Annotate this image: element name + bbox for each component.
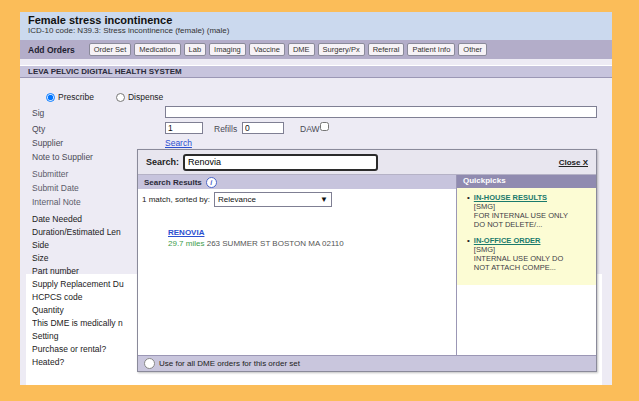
- result-distance: 29.7 miles: [168, 239, 204, 248]
- app-window: Female stress incontinence ICD-10 code: …: [20, 12, 612, 385]
- submitter-label: Submitter: [32, 169, 68, 179]
- prescribe-radio[interactable]: [46, 93, 55, 102]
- note-to-supplier-label: Note to Supplier: [32, 152, 93, 162]
- tab-referral[interactable]: Referral: [368, 43, 405, 56]
- dialog-search-label: Search:: [146, 157, 179, 167]
- qty-label: Qty: [32, 124, 45, 134]
- tab-patient-info[interactable]: Patient Info: [407, 43, 455, 56]
- info-icon[interactable]: i: [206, 177, 217, 188]
- section-header: LEVA PELVIC DIGITAL HEALTH SYSTEM: [20, 65, 612, 78]
- refills-input[interactable]: [242, 122, 284, 134]
- daw-label: DAW: [300, 124, 320, 134]
- heated-label: Heated?: [32, 357, 64, 367]
- quickpick-content: IN-HOUSE RESULTS [SMG] FOR INTERNAL USE …: [474, 193, 568, 229]
- supplier-search-link[interactable]: Search: [165, 138, 192, 148]
- tab-vaccine[interactable]: Vaccine: [249, 43, 285, 56]
- search-results-panel: Search Results i 1 match, sorted by: Rel…: [138, 175, 457, 355]
- quickpick-item: • IN-HOUSE RESULTS [SMG] FOR INTERNAL US…: [465, 193, 592, 229]
- dispense-radio[interactable]: [116, 93, 125, 102]
- tab-order-set[interactable]: Order Set: [89, 43, 132, 56]
- submit-date-label: Submit Date: [32, 183, 79, 193]
- result-address: 263 SUMMER ST BOSTON MA 02110: [207, 239, 344, 248]
- part-number-label: Part number: [32, 266, 79, 276]
- quickpicks-list: • IN-HOUSE RESULTS [SMG] FOR INTERNAL US…: [457, 188, 596, 285]
- chevron-down-icon: ▼: [320, 195, 328, 204]
- size-label: Size: [32, 253, 49, 263]
- dialog-close-link[interactable]: Close X: [559, 158, 588, 167]
- dispense-option: Dispense: [116, 92, 163, 102]
- tab-surgery-px[interactable]: Surgery/Px: [318, 43, 365, 56]
- prescribe-label: Prescribe: [58, 92, 94, 102]
- quickpicks-header: Quickpicks: [457, 175, 596, 188]
- prescribe-dispense-group: Prescribe Dispense: [46, 92, 163, 102]
- match-count-text: 1 match, sorted by:: [142, 195, 210, 204]
- sig-input[interactable]: [165, 106, 597, 118]
- order-tab-bar: Add Orders Order Set Medication Lab Imag…: [20, 40, 612, 59]
- qty-input[interactable]: [165, 122, 203, 134]
- tab-other[interactable]: Other: [458, 43, 487, 56]
- supply-replacement-label: Supply Replacement Du: [32, 279, 124, 289]
- quickpick-note-line: NOT ATTACH COMPE...: [474, 263, 563, 272]
- search-result-item: RENOVIA 29.7 miles 263 SUMMER ST BOSTON …: [168, 221, 456, 248]
- tab-medication[interactable]: Medication: [134, 43, 180, 56]
- bullet-icon: •: [467, 236, 470, 272]
- dialog-footer: Use for all DME orders for this order se…: [138, 355, 596, 371]
- dialog-search-bar: Search: Close X: [138, 150, 596, 175]
- quickpick-content: IN-OFFICE ORDER [SMG] INTERNAL USE ONLY …: [474, 236, 563, 272]
- refills-label: Refills: [214, 124, 237, 134]
- problem-header: Female stress incontinence ICD-10 code: …: [20, 12, 612, 40]
- quickpick-item: • IN-OFFICE ORDER [SMG] INTERNAL USE ONL…: [465, 236, 592, 272]
- tab-imaging[interactable]: Imaging: [209, 43, 246, 56]
- use-for-all-label: Use for all DME orders for this order se…: [159, 359, 300, 368]
- quickpick-org: [SMG]: [474, 202, 568, 211]
- quickpick-note-line: DO NOT DELETE/...: [474, 220, 568, 229]
- result-supplier-link[interactable]: RENOVIA: [168, 228, 204, 237]
- dispense-label: Dispense: [128, 92, 163, 102]
- sig-label: Sig: [32, 108, 44, 118]
- setting-label: Setting: [32, 331, 58, 341]
- search-results-header: Search Results i: [138, 175, 456, 189]
- screenshot-root: { "header": { "title": "Female stress in…: [0, 0, 639, 401]
- quantity-label: Quantity: [32, 305, 64, 315]
- quickpick-note-line: INTERNAL USE ONLY DO: [474, 254, 563, 263]
- match-sort-row: 1 match, sorted by: Relevance ▼: [138, 189, 456, 207]
- dialog-body: Search Results i 1 match, sorted by: Rel…: [138, 175, 596, 355]
- icd10-subtitle: ICD-10 code: N39.3: Stress incontinence …: [28, 26, 612, 36]
- dialog-search-input[interactable]: [183, 154, 378, 171]
- quickpick-link-in-office[interactable]: IN-OFFICE ORDER: [474, 236, 563, 245]
- tab-dme[interactable]: DME: [288, 43, 315, 56]
- tab-lab[interactable]: Lab: [184, 43, 207, 56]
- duration-label: Duration/Estimated Len: [32, 227, 121, 237]
- search-results-title: Search Results: [144, 178, 202, 187]
- bullet-icon: •: [467, 193, 470, 229]
- quickpick-link-in-house[interactable]: IN-HOUSE RESULTS: [474, 193, 568, 202]
- sort-select-value: Relevance: [218, 195, 256, 204]
- sort-select[interactable]: Relevance ▼: [214, 192, 332, 207]
- result-address-line: 29.7 miles 263 SUMMER ST BOSTON MA 02110: [168, 239, 456, 248]
- date-needed-label: Date Needed: [32, 214, 82, 224]
- quickpick-org: [SMG]: [474, 245, 563, 254]
- page-title: Female stress incontinence: [28, 14, 612, 26]
- daw-checkbox[interactable]: [320, 122, 329, 131]
- use-for-all-checkbox[interactable]: [144, 358, 155, 369]
- purchase-or-rental-label: Purchase or rental?: [32, 344, 106, 354]
- hcpcs-code-label: HCPCS code: [32, 292, 83, 302]
- supplier-label: Supplier: [32, 138, 63, 148]
- add-orders-label: Add Orders: [28, 45, 75, 55]
- supplier-search-dialog: Search: Close X Search Results i 1 match…: [137, 149, 597, 372]
- medically-necessary-label: This DME is medically n: [32, 318, 123, 328]
- side-label: Side: [32, 240, 49, 250]
- internal-note-label: Internal Note: [32, 197, 81, 207]
- quickpick-note-line: FOR INTERNAL USE ONLY: [474, 211, 568, 220]
- quickpicks-panel: Quickpicks • IN-HOUSE RESULTS [SMG] FOR …: [457, 175, 596, 355]
